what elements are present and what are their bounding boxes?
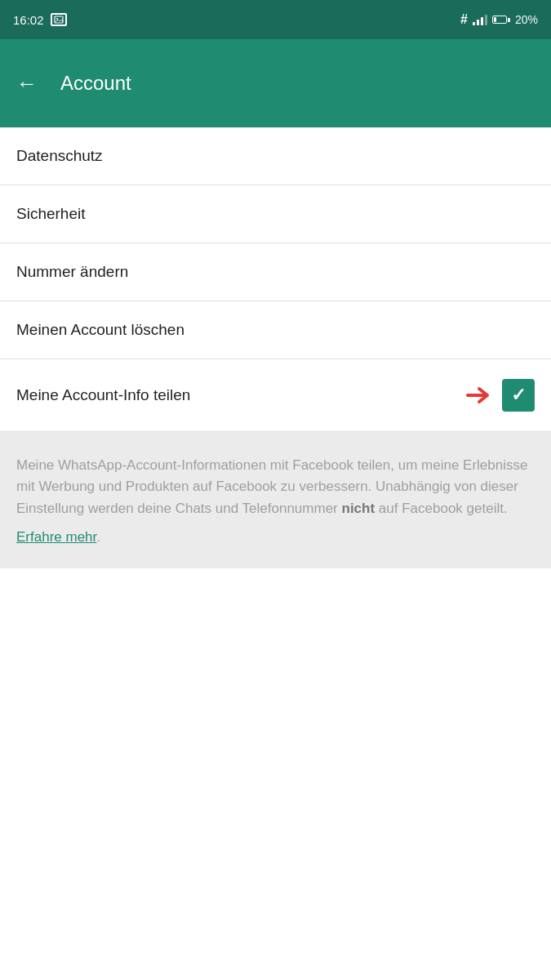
learn-more-link[interactable]: Erfahre mehr bbox=[16, 529, 96, 545]
menu-list: Datenschutz Sicherheit Nummer ändern Mei… bbox=[0, 127, 551, 980]
menu-item-datenschutz[interactable]: Datenschutz bbox=[0, 127, 551, 185]
menu-item-loeschen[interactable]: Meinen Account löschen bbox=[0, 301, 551, 359]
menu-item-label-nummer: Nummer ändern bbox=[16, 263, 128, 281]
status-bar: 16:02 # 20% bbox=[0, 0, 551, 39]
checkmark-icon: ✓ bbox=[511, 385, 526, 406]
menu-item-share[interactable]: Meine Account-Info teilen ✓ bbox=[0, 359, 551, 432]
battery-icon bbox=[492, 16, 510, 24]
notification-icon bbox=[51, 13, 67, 26]
time-display: 16:02 bbox=[13, 13, 44, 27]
description-text: Meine WhatsApp-Account-Informationen mit… bbox=[16, 455, 535, 519]
svg-point-1 bbox=[56, 18, 58, 20]
hash-icon: # bbox=[460, 12, 468, 27]
menu-item-sicherheit[interactable]: Sicherheit bbox=[0, 185, 551, 243]
menu-item-nummer[interactable]: Nummer ändern bbox=[0, 243, 551, 301]
status-right: # 20% bbox=[460, 12, 538, 27]
share-arrow-icon bbox=[464, 383, 494, 408]
page-title: Account bbox=[60, 72, 131, 95]
menu-item-label-datenschutz: Datenschutz bbox=[16, 147, 103, 165]
menu-item-label-sicherheit: Sicherheit bbox=[16, 205, 86, 223]
signal-icon bbox=[473, 14, 487, 25]
description-bold-text: nicht bbox=[342, 501, 375, 516]
header: ← Account bbox=[0, 39, 551, 127]
description-link-paragraph: Erfahre mehr. bbox=[16, 529, 535, 546]
status-left: 16:02 bbox=[13, 13, 67, 27]
menu-item-label-loeschen: Meinen Account löschen bbox=[16, 321, 184, 339]
share-controls: ✓ bbox=[464, 379, 535, 412]
description-text-after: auf Facebook geteilt. bbox=[375, 501, 508, 516]
battery-percent: 20% bbox=[515, 13, 538, 26]
link-suffix: . bbox=[96, 529, 100, 545]
back-button[interactable]: ← bbox=[10, 65, 44, 103]
share-checkbox[interactable]: ✓ bbox=[502, 379, 535, 412]
menu-item-label-share: Meine Account-Info teilen bbox=[16, 386, 190, 404]
description-box: Meine WhatsApp-Account-Informationen mit… bbox=[0, 432, 551, 568]
